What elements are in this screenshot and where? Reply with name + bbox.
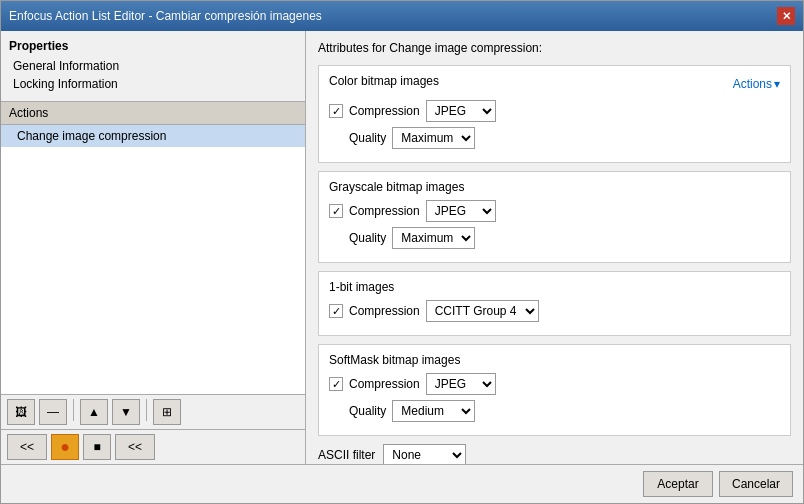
add-action-button[interactable]: 🖼 xyxy=(7,399,35,425)
onebit-section-title: 1-bit images xyxy=(329,280,780,294)
onebit-section: 1-bit images Compression CCITT Group 4 C… xyxy=(318,271,791,336)
color-compression-row: Compression JPEG ZIP None xyxy=(329,100,780,122)
onebit-compression-row: Compression CCITT Group 4 CCITT Group 3 … xyxy=(329,300,780,322)
main-window: Enfocus Action List Editor - Cambiar com… xyxy=(0,0,804,504)
grayscale-compression-label: Compression xyxy=(349,204,420,218)
color-compression-select[interactable]: JPEG ZIP None xyxy=(426,100,496,122)
cancel-button[interactable]: Cancelar xyxy=(719,471,793,497)
arrow-up-icon: ▲ xyxy=(88,405,100,419)
grayscale-compression-checkbox[interactable] xyxy=(329,204,343,218)
ascii-filter-label: ASCII filter xyxy=(318,448,375,462)
ascii-filter-row: ASCII filter None ASCII85 ASCIIHex xyxy=(318,444,791,464)
softmask-compression-row: Compression JPEG ZIP None xyxy=(329,373,780,395)
actions-section: Actions Change image compression xyxy=(1,102,305,394)
title-bar: Enfocus Action List Editor - Cambiar com… xyxy=(1,1,803,31)
softmask-compression-select[interactable]: JPEG ZIP None xyxy=(426,373,496,395)
color-bitmap-section: Color bitmap images Actions ▾ Compressio… xyxy=(318,65,791,163)
color-quality-select[interactable]: Maximum High Medium Low xyxy=(392,127,475,149)
stop-icon: ■ xyxy=(93,440,100,454)
softmask-compression-checkbox[interactable] xyxy=(329,377,343,391)
record-button[interactable]: ● xyxy=(51,434,79,460)
action-item-change-compression[interactable]: Change image compression xyxy=(1,125,305,147)
nav-prev-button[interactable]: << xyxy=(7,434,47,460)
right-panel: Attributes for Change image compression:… xyxy=(306,31,803,464)
grayscale-section: Grayscale bitmap images Compression JPEG… xyxy=(318,171,791,263)
close-button[interactable]: ✕ xyxy=(777,7,795,25)
softmask-quality-label: Quality xyxy=(349,404,386,418)
onebit-compression-checkbox[interactable] xyxy=(329,304,343,318)
double-right-icon: << xyxy=(128,440,142,454)
actions-list: Change image compression xyxy=(1,125,305,394)
nav-item-locking[interactable]: Locking Information xyxy=(9,75,297,93)
color-actions-link[interactable]: Actions ▾ xyxy=(733,77,780,91)
softmask-section: SoftMask bitmap images Compression JPEG … xyxy=(318,344,791,436)
window-title: Enfocus Action List Editor - Cambiar com… xyxy=(9,9,322,23)
accept-button[interactable]: Aceptar xyxy=(643,471,713,497)
color-compression-label: Compression xyxy=(349,104,420,118)
actions-header-label: Actions xyxy=(9,106,48,120)
color-quality-label: Quality xyxy=(349,131,386,145)
ascii-filter-select[interactable]: None ASCII85 ASCIIHex xyxy=(383,444,466,464)
left-toolbar-2: << ● ■ << xyxy=(1,429,305,464)
color-section-title: Color bitmap images xyxy=(329,74,439,88)
grayscale-quality-row: Quality Maximum High Medium Low xyxy=(329,227,780,249)
properties-title: Properties xyxy=(9,39,297,53)
grayscale-quality-select[interactable]: Maximum High Medium Low xyxy=(392,227,475,249)
toolbar-separator-2 xyxy=(146,399,147,421)
grayscale-quality-label: Quality xyxy=(349,231,386,245)
remove-action-button[interactable]: — xyxy=(39,399,67,425)
softmask-compression-label: Compression xyxy=(349,377,420,391)
toolbar-separator-1 xyxy=(73,399,74,421)
grayscale-compression-row: Compression JPEG ZIP None xyxy=(329,200,780,222)
softmask-quality-select[interactable]: Maximum High Medium Low xyxy=(392,400,475,422)
footer-buttons: Aceptar Cancelar xyxy=(1,464,803,503)
color-section-header: Color bitmap images Actions ▾ xyxy=(329,74,780,94)
properties-section: Properties General Information Locking I… xyxy=(1,31,305,102)
move-down-button[interactable]: ▼ xyxy=(112,399,140,425)
grayscale-compression-select[interactable]: JPEG ZIP None xyxy=(426,200,496,222)
onebit-compression-label: Compression xyxy=(349,304,420,318)
color-compression-checkbox[interactable] xyxy=(329,104,343,118)
left-toolbar-1: 🖼 — ▲ ▼ ⊞ xyxy=(1,394,305,429)
color-quality-row: Quality Maximum High Medium Low xyxy=(329,127,780,149)
nav-next-button[interactable]: << xyxy=(115,434,155,460)
chevron-down-icon: ▾ xyxy=(774,77,780,91)
stop-button[interactable]: ■ xyxy=(83,434,111,460)
onebit-compression-select[interactable]: CCITT Group 4 CCITT Group 3 ZIP None xyxy=(426,300,539,322)
grayscale-section-title: Grayscale bitmap images xyxy=(329,180,780,194)
minus-icon: — xyxy=(47,405,59,419)
record-icon: ● xyxy=(60,438,70,456)
attributes-title: Attributes for Change image compression: xyxy=(318,41,791,55)
image-icon: 🖼 xyxy=(15,405,27,419)
arrow-down-icon: ▼ xyxy=(120,405,132,419)
nav-item-general[interactable]: General Information xyxy=(9,57,297,75)
main-content: Properties General Information Locking I… xyxy=(1,31,803,464)
softmask-quality-row: Quality Maximum High Medium Low xyxy=(329,400,780,422)
menu-button[interactable]: ⊞ xyxy=(153,399,181,425)
left-panel: Properties General Information Locking I… xyxy=(1,31,306,464)
move-up-button[interactable]: ▲ xyxy=(80,399,108,425)
grid-icon: ⊞ xyxy=(162,405,172,419)
double-left-icon: << xyxy=(20,440,34,454)
actions-header: Actions xyxy=(1,102,305,125)
softmask-section-title: SoftMask bitmap images xyxy=(329,353,780,367)
